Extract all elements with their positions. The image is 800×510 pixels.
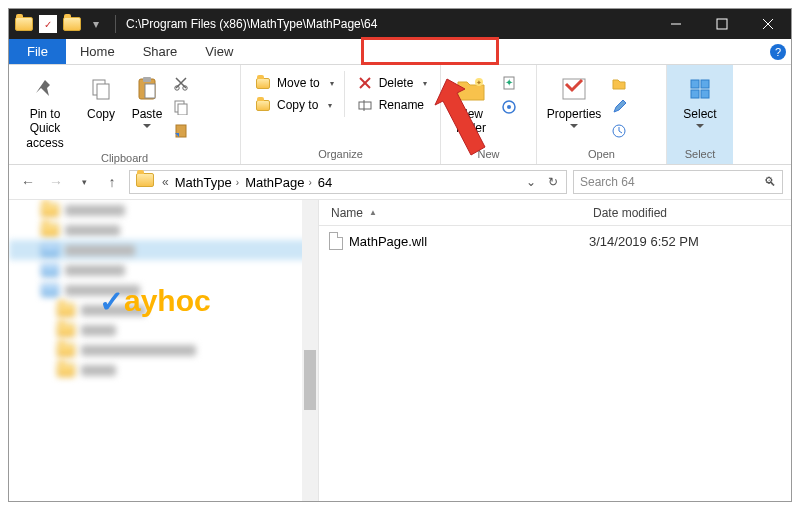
paste-button[interactable]: Paste xyxy=(125,71,169,128)
file-date: 3/14/2019 6:52 PM xyxy=(589,234,699,249)
paste-shortcut-icon[interactable] xyxy=(171,121,191,141)
svg-rect-5 xyxy=(97,84,109,99)
qat-dropdown-icon[interactable]: ▾ xyxy=(87,15,105,33)
breadcrumb-segment[interactable]: MathPage› xyxy=(243,175,316,190)
minimize-button[interactable] xyxy=(653,9,699,39)
tree-scrollbar[interactable] xyxy=(302,200,318,501)
svg-point-23 xyxy=(507,105,511,109)
open-icon[interactable] xyxy=(609,73,629,93)
group-label-organize: Organize xyxy=(241,146,440,164)
properties-qat-icon[interactable]: ✓ xyxy=(39,15,57,33)
file-icon xyxy=(329,232,343,250)
file-row[interactable]: MathPage.wll 3/14/2019 6:52 PM xyxy=(319,226,791,250)
edit-icon[interactable] xyxy=(609,97,629,117)
help-button[interactable]: ? xyxy=(765,39,791,64)
forward-button[interactable]: → xyxy=(45,171,67,193)
new-folder-qat-icon[interactable] xyxy=(63,15,81,33)
tab-share[interactable]: Share xyxy=(129,39,192,64)
delete-icon xyxy=(357,75,373,91)
copy-to-icon xyxy=(255,97,271,113)
file-name: MathPage.wll xyxy=(349,234,427,249)
svg-rect-8 xyxy=(145,84,155,98)
folder-icon xyxy=(136,173,154,191)
breadcrumb-overflow[interactable]: « xyxy=(158,175,173,189)
group-label-clipboard: Clipboard xyxy=(9,150,240,168)
move-to-button[interactable]: Move to▾ xyxy=(251,73,338,93)
copy-to-button[interactable]: Copy to▾ xyxy=(251,95,338,115)
recent-locations-button[interactable]: ▾ xyxy=(73,171,95,193)
properties-icon xyxy=(558,73,590,105)
history-icon[interactable] xyxy=(609,121,629,141)
close-button[interactable] xyxy=(745,9,791,39)
rename-button[interactable]: Rename xyxy=(353,95,432,115)
tab-view[interactable]: View xyxy=(191,39,247,64)
select-icon xyxy=(684,73,716,105)
nav-bar: ← → ▾ ↑ « MathType› MathPage› 64 ⌄ ↻ Sea… xyxy=(9,165,791,199)
search-input[interactable]: Search 64 🔍︎ xyxy=(573,170,783,194)
address-bar[interactable]: « MathType› MathPage› 64 ⌄ ↻ xyxy=(129,170,567,194)
folder-icon xyxy=(15,15,33,33)
maximize-button[interactable] xyxy=(699,9,745,39)
breadcrumb-segment[interactable]: 64 xyxy=(316,175,334,190)
group-label-new: New xyxy=(441,146,536,164)
delete-button[interactable]: Delete▾ xyxy=(353,73,432,93)
copy-icon xyxy=(85,73,117,105)
svg-rect-28 xyxy=(691,90,699,98)
svg-rect-16 xyxy=(359,102,371,109)
title-bar: ✓ ▾ C:\Program Files (x86)\MathType\Math… xyxy=(9,9,791,39)
breadcrumb-segment[interactable]: MathType› xyxy=(173,175,243,190)
copy-path-icon[interactable] xyxy=(171,97,191,117)
ribbon-tabs: File Home Share View ? xyxy=(9,39,791,65)
properties-button[interactable]: Properties xyxy=(541,71,607,128)
svg-rect-12 xyxy=(178,104,187,115)
file-tab[interactable]: File xyxy=(9,39,66,64)
sort-asc-icon: ▲ xyxy=(369,208,377,217)
address-dropdown-button[interactable]: ⌄ xyxy=(520,171,542,193)
svg-text:✦: ✦ xyxy=(505,77,513,88)
svg-rect-27 xyxy=(701,80,709,88)
column-header-name[interactable]: Name▲ xyxy=(319,206,589,220)
ribbon: Pin to Quick access Copy Paste Clipboard xyxy=(9,65,791,165)
search-placeholder: Search 64 xyxy=(580,175,635,189)
svg-text:✦: ✦ xyxy=(476,79,482,86)
quick-access-toolbar: ✓ ▾ xyxy=(9,15,111,33)
rename-icon xyxy=(357,97,373,113)
back-button[interactable]: ← xyxy=(17,171,39,193)
new-item-icon[interactable]: ✦ xyxy=(499,73,519,93)
pin-icon xyxy=(29,73,61,105)
navigation-tree[interactable] xyxy=(9,200,319,501)
svg-rect-26 xyxy=(691,80,699,88)
move-to-icon xyxy=(255,75,271,91)
column-header-date[interactable]: Date modified xyxy=(589,206,667,220)
svg-rect-1 xyxy=(717,19,727,29)
search-icon: 🔍︎ xyxy=(764,175,776,189)
svg-rect-7 xyxy=(143,77,151,82)
select-button[interactable]: Select xyxy=(671,71,729,128)
copy-button[interactable]: Copy xyxy=(79,71,123,121)
window-title: C:\Program Files (x86)\MathType\MathPage… xyxy=(120,17,653,31)
new-folder-icon: ✦ xyxy=(455,73,487,105)
file-list: Name▲ Date modified MathPage.wll 3/14/20… xyxy=(319,200,791,501)
up-button[interactable]: ↑ xyxy=(101,171,123,193)
paste-icon xyxy=(131,73,163,105)
cut-icon[interactable] xyxy=(171,73,191,93)
group-label-open: Open xyxy=(537,146,666,164)
tab-home[interactable]: Home xyxy=(66,39,129,64)
easy-access-icon[interactable] xyxy=(499,97,519,117)
new-folder-button[interactable]: ✦ New folder xyxy=(445,71,497,136)
refresh-button[interactable]: ↻ xyxy=(542,171,564,193)
group-label-select: Select xyxy=(667,146,733,164)
svg-rect-29 xyxy=(701,90,709,98)
pin-to-quick-access-button[interactable]: Pin to Quick access xyxy=(13,71,77,150)
